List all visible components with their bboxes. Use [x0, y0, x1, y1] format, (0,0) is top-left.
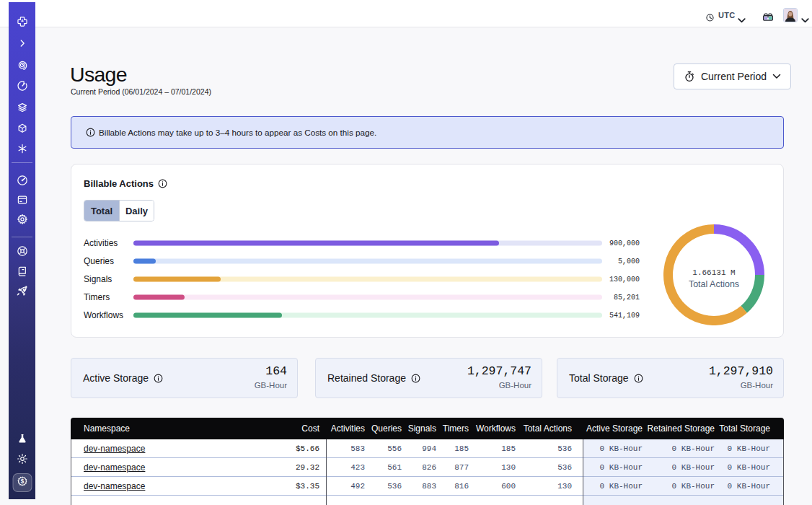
svg-text:$: $ [20, 478, 24, 485]
